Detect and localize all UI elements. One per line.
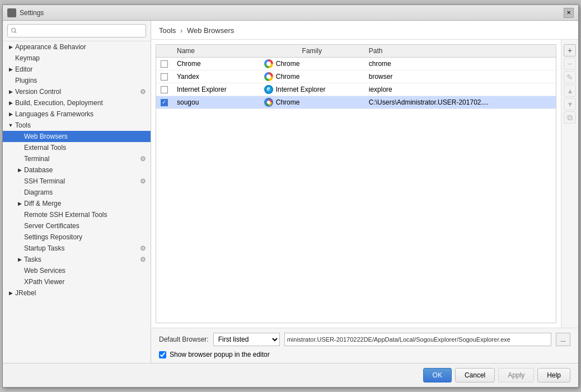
- panel-header: Tools › Web Browsers: [151, 21, 578, 40]
- sidebar-item-build[interactable]: Build, Execution, Deployment: [3, 97, 151, 108]
- arrow-web-services: [16, 267, 23, 274]
- show-popup-checkbox[interactable]: [159, 351, 166, 358]
- copy-browser-button[interactable]: ⧉: [564, 111, 576, 124]
- search-input[interactable]: [7, 24, 146, 37]
- sidebar-label-plugins: Plugins: [15, 77, 37, 84]
- cancel-button[interactable]: Cancel: [455, 368, 495, 382]
- arrow-database: [16, 167, 23, 173]
- family-text-3: Chrome: [276, 98, 300, 106]
- sidebar-label-jrebel: JRebel: [15, 289, 36, 297]
- row-checkbox-0[interactable]: [161, 60, 168, 68]
- breadcrumb: Tools › Web Browsers: [159, 26, 234, 35]
- table-row[interactable]: sougouChromeC:\Users\Administrator.USER-…: [156, 96, 556, 109]
- title-bar: Settings ✕: [3, 5, 578, 21]
- sidebar-item-tasks[interactable]: Tasks⚙: [3, 254, 151, 265]
- col-header-family: Family: [260, 45, 364, 58]
- main-content: Appearance & BehaviorKeymapEditorPlugins…: [3, 21, 578, 363]
- row-checkbox-3[interactable]: [161, 99, 168, 106]
- sidebar-item-startup-tasks[interactable]: Startup Tasks⚙: [3, 243, 151, 254]
- row-family-0: Chrome: [260, 58, 364, 70]
- default-browser-dropdown[interactable]: First listedChromeYandexInternet Explore…: [213, 333, 280, 346]
- sidebar-label-diff-merge: Diff & Merge: [24, 200, 61, 207]
- apply-button[interactable]: Apply: [498, 368, 534, 382]
- sidebar-item-editor[interactable]: Editor: [3, 64, 151, 75]
- col-header-check: [156, 45, 172, 58]
- sidebar-item-web-services[interactable]: Web Services: [3, 265, 151, 276]
- dialog-footer: OK Cancel Apply Help: [3, 363, 578, 387]
- sidebar-item-database[interactable]: Database: [3, 164, 151, 176]
- sidebar-label-appearance: Appearance & Behavior: [15, 43, 86, 51]
- window-title: Settings: [20, 9, 44, 17]
- sidebar-label-xpath-viewer: XPath Viewer: [24, 278, 65, 286]
- sidebar-item-terminal[interactable]: Terminal⚙: [3, 153, 151, 164]
- row-path-3: C:\Users\Administrator.USER-201702....: [364, 96, 556, 109]
- arrow-tasks: [16, 256, 23, 263]
- sidebar-item-languages[interactable]: Languages & Frameworks: [3, 108, 151, 120]
- sidebar-item-diff-merge[interactable]: Diff & Merge: [3, 198, 151, 209]
- sidebar-item-server-certs[interactable]: Server Certificates: [3, 220, 151, 232]
- sidebar-label-diagrams: Diagrams: [24, 188, 53, 196]
- badge-terminal: ⚙: [140, 155, 146, 163]
- badge-startup-tasks: ⚙: [140, 244, 146, 252]
- col-header-path: Path: [364, 45, 556, 58]
- sidebar-item-ssh-terminal[interactable]: SSH Terminal⚙: [3, 176, 151, 187]
- app-icon: [7, 8, 16, 17]
- add-browser-button[interactable]: +: [564, 44, 576, 56]
- sidebar-item-settings-repo[interactable]: Settings Repository: [3, 232, 151, 243]
- family-icon-2: [264, 85, 273, 94]
- row-family-1: Chrome: [260, 70, 364, 83]
- arrow-server-certs: [16, 223, 23, 229]
- sidebar-item-jrebel[interactable]: JRebel: [3, 287, 151, 299]
- arrow-external-tools: [16, 144, 23, 151]
- breadcrumb-part2: Web Browsers: [187, 26, 234, 35]
- row-checkbox-1[interactable]: [161, 73, 168, 81]
- close-button[interactable]: ✕: [564, 8, 574, 18]
- sidebar-label-web-browsers: Web Browsers: [24, 133, 68, 140]
- row-checkbox-2[interactable]: [161, 86, 168, 93]
- sidebar-item-appearance[interactable]: Appearance & Behavior: [3, 41, 151, 53]
- sidebar-item-external-tools[interactable]: External Tools: [3, 142, 151, 153]
- sidebar-item-remote-ssh[interactable]: Remote SSH External Tools: [3, 209, 151, 220]
- table-row[interactable]: YandexChromebrowser: [156, 70, 556, 83]
- col-header-name: Name: [172, 45, 260, 58]
- badge-ssh-terminal: ⚙: [140, 177, 146, 185]
- sidebar-label-version-control: Version Control: [15, 88, 61, 96]
- sidebar-item-tools[interactable]: Tools: [3, 120, 151, 131]
- sidebar-item-plugins[interactable]: Plugins: [3, 75, 151, 86]
- row-name-1: Yandex: [172, 70, 260, 83]
- arrow-plugins: [7, 77, 14, 84]
- sidebar-label-tasks: Tasks: [24, 256, 41, 263]
- settings-window: Settings ✕ Appearance & BehaviorKeymapEd…: [2, 4, 579, 388]
- sidebar-label-languages: Languages & Frameworks: [15, 110, 93, 118]
- table-row[interactable]: Internet ExplorerInternet Exploreriexplo…: [156, 83, 556, 96]
- move-up-button[interactable]: ▴: [564, 84, 576, 97]
- family-icon-1: [264, 72, 273, 81]
- arrow-ssh-terminal: [16, 178, 23, 185]
- sidebar-item-version-control[interactable]: Version Control⚙: [3, 86, 151, 97]
- sidebar-item-keymap[interactable]: Keymap: [3, 53, 151, 64]
- sidebar-label-settings-repo: Settings Repository: [24, 233, 82, 241]
- move-down-button[interactable]: ▾: [564, 98, 576, 110]
- ok-button[interactable]: OK: [423, 368, 452, 382]
- table-row[interactable]: ChromeChromechrome: [156, 58, 556, 70]
- browser-path-input[interactable]: [284, 333, 551, 346]
- show-popup-row: Show browser popup in the editor: [159, 351, 570, 358]
- sidebar-label-web-services: Web Services: [24, 267, 65, 275]
- browse-button[interactable]: ...: [556, 333, 570, 346]
- table-area: Name Family Path ChromeChromechromeYande…: [151, 40, 578, 328]
- sidebar-label-build: Build, Execution, Deployment: [15, 99, 103, 107]
- sidebar-item-web-browsers[interactable]: Web Browsers: [3, 131, 151, 142]
- row-path-1: browser: [364, 70, 556, 83]
- sidebar-item-xpath-viewer[interactable]: XPath Viewer: [3, 276, 151, 287]
- row-name-3: sougou: [172, 96, 260, 109]
- arrow-startup-tasks: [16, 245, 23, 252]
- help-button[interactable]: Help: [537, 368, 570, 382]
- badge-tasks: ⚙: [140, 256, 146, 263]
- badge-version-control: ⚙: [140, 88, 146, 96]
- sidebar-item-diagrams[interactable]: Diagrams: [3, 187, 151, 198]
- arrow-appearance: [7, 44, 14, 50]
- search-box: [3, 21, 151, 41]
- remove-browser-button[interactable]: −: [564, 58, 576, 70]
- breadcrumb-separator: ›: [180, 26, 185, 35]
- edit-browser-button[interactable]: ✎: [564, 71, 576, 83]
